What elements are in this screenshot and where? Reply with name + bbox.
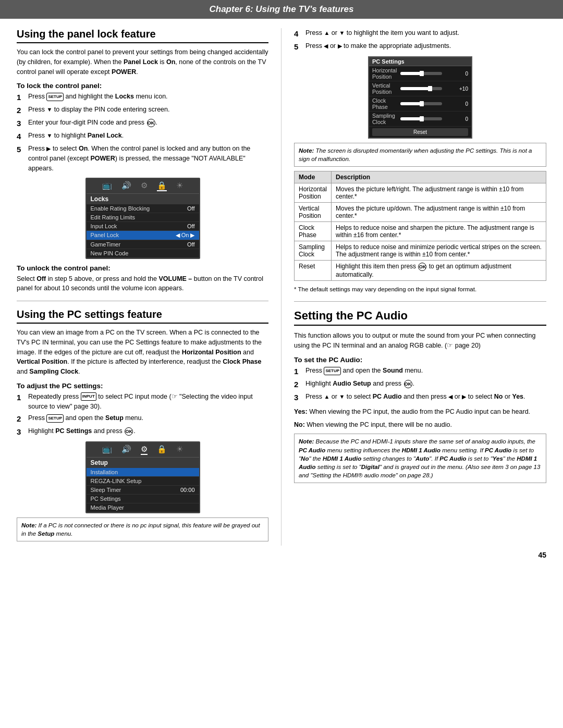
mode-description-table: Mode Description HorizontalPosition Move… (294, 171, 546, 281)
adjust-pc-settings-title: To adjust the PC settings: (17, 382, 268, 390)
screen-row-game-timer: GameTimer Off (87, 240, 199, 249)
screen-row-enable-rating: Enable Rating Blocking Off (87, 204, 199, 213)
pc-adjust-steps: 1 Repeatedly press INPUT to select PC in… (17, 392, 268, 438)
pc-settings-screen-title: PC Settings (369, 57, 471, 66)
pc-settings-row-sampling: Sampling Clock 0 (369, 112, 471, 127)
note-pc-audio: Note: Because the PC and HDMI-1 inputs s… (294, 434, 546, 483)
setup-icon: SETUP (46, 93, 64, 101)
table-row-sampling: SamplingClock Helps to reduce noise and … (295, 241, 546, 261)
table-row-reset: Reset Highlight this item then press OK … (295, 261, 546, 281)
tab-tv-icon: 📺 (102, 181, 112, 191)
pc-settings-row-h-pos: Horizontal Position 0 (369, 66, 471, 81)
screen-row-regza: REGZA-LINK Setup (87, 477, 199, 486)
lock-steps-list: 1 Press SETUP and highlight the Locks me… (17, 92, 268, 173)
content-area: Using the panel lock feature You can loc… (0, 28, 563, 546)
tab-tv-icon-2: 📺 (102, 445, 112, 455)
section-panel-lock-title: Using the panel lock feature (17, 28, 268, 43)
pc-audio-intro: This function allows you to output or mu… (294, 331, 546, 351)
mode-col-header: Mode (295, 171, 332, 183)
description-col-header: Description (332, 171, 546, 183)
ok-icon: OK (147, 119, 155, 127)
lock-control-panel-title: To lock the control panel: (17, 82, 268, 90)
table-row-h-pos: HorizontalPosition Moves the picture lef… (295, 183, 546, 203)
screen-row-new-pin: New PIN Code (87, 249, 199, 258)
setup-screen-mockup: 📺 🔊 ⚙ 🔒 ☀ Setup Installation REGZA-LINK … (85, 441, 200, 513)
screen-row-installation: Installation (87, 468, 199, 477)
section-pc-settings-title: Using the PC settings feature (17, 309, 268, 324)
ok-icon-3: OK (418, 263, 426, 271)
chapter-title: Chapter 6: Using the TV's features (209, 4, 353, 14)
screen-row-sleep: Sleep Timer 00:00 (87, 486, 199, 495)
divider-1 (17, 301, 268, 301)
note-no-pc: Note: If a PC is not connected or there … (17, 517, 268, 541)
lock-step-4: 4 Press ▼ to highlight Panel Lock. (17, 131, 268, 142)
divider-2 (294, 301, 546, 302)
pc-settings-row-v-pos: Vertical Position +10 (369, 81, 471, 96)
pc-step-2: 2 Press SETUP and open the Setup menu. (17, 413, 268, 424)
tab-lock-icon: 🔒 (157, 181, 167, 191)
continuation-steps: 4 Press ▲ or ▼ to highlight the item you… (294, 28, 546, 52)
table-row-clock-phase: ClockPhase Helps to reduce noise and sha… (295, 222, 546, 241)
tab-setup-icon-2: ⚙ (141, 445, 148, 455)
footnote-asterisk: * The default settings may vary dependin… (294, 285, 546, 294)
arrow-left-icon-2: ◀ (448, 393, 452, 400)
locks-screen-title: Locks (87, 194, 199, 204)
setup-icon-3: SETUP (324, 367, 341, 375)
section-pc-audio: Setting the PC Audio This function allow… (294, 309, 546, 483)
lock-step-1: 1 Press SETUP and highlight the Locks me… (17, 92, 268, 103)
set-pc-audio-title: To set the PC Audio: (294, 356, 546, 364)
step-4: 4 Press ▲ or ▼ to highlight the item you… (294, 28, 546, 39)
pc-settings-row-clock-phase: Clock Phase 0 (369, 96, 471, 112)
arrow-left-icon: ◀ (324, 43, 328, 49)
arrow-right-icon: ▶ (46, 145, 51, 152)
yes-desc: Yes: When viewing the PC input, the audi… (294, 407, 546, 417)
tab-sound-icon: 🔊 (121, 181, 131, 191)
screen-row-panel-lock: Panel Lock ◀ On ▶ (87, 231, 199, 240)
arrow-down-icon: ▼ (46, 106, 52, 113)
locks-screen-mockup: 📺 🔊 ⚙ 🔒 ☀ Locks Enable Rating Blocking O… (85, 178, 200, 259)
arrow-down-icon-4: ▼ (339, 393, 345, 400)
tab-picture-icon-2: ☀ (176, 445, 183, 455)
pc-step-3: 3 Highlight PC Settings and press OK. (17, 426, 268, 437)
section-panel-lock: Using the panel lock feature You can loc… (17, 28, 268, 293)
arrow-right-icon-3: ▶ (462, 393, 466, 400)
section-pc-audio-title: Setting the PC Audio (294, 309, 546, 326)
lock-step-3: 3 Enter your four-digit PIN code and pre… (17, 118, 268, 129)
tab-picture-icon: ☀ (176, 181, 183, 191)
screen-row-input-lock: Input Lock Off (87, 222, 199, 231)
page-number: 45 (0, 546, 563, 564)
pc-settings-reset: Reset (372, 128, 468, 136)
chapter-header: Chapter 6: Using the TV's features (0, 0, 563, 19)
tab-sound-icon-2: 🔊 (121, 445, 131, 455)
screen-row-media-player: Media Player (87, 503, 199, 512)
lock-step-5: 5 Press ▶ to select On. When the control… (17, 144, 268, 173)
pc-settings-screen-mockup: PC Settings Horizontal Position 0 Vertic… (368, 56, 472, 139)
unlock-text: Select Off in step 5 above, or press and… (17, 274, 268, 294)
pc-step-1: 1 Repeatedly press INPUT to select PC in… (17, 392, 268, 412)
audio-step-1: 1 Press SETUP and open the Sound menu. (294, 366, 546, 377)
screen-row-edit-rating: Edit Rating Limits (87, 213, 199, 222)
audio-step-3: 3 Press ▲ or ▼ to select PC Audio and th… (294, 392, 546, 403)
step-5: 5 Press ◀ or ▶ to make the appropriate a… (294, 41, 546, 52)
right-column: 4 Press ▲ or ▼ to highlight the item you… (282, 28, 546, 546)
arrow-down-icon-2: ▼ (46, 132, 52, 139)
ok-icon-2: OK (125, 427, 133, 436)
page: Chapter 6: Using the TV's features Using… (0, 0, 563, 728)
arrow-right-icon-2: ▶ (338, 43, 342, 49)
setup-icon-2: SETUP (46, 414, 64, 423)
screen-topbar-1: 📺 🔊 ⚙ 🔒 ☀ (87, 179, 199, 194)
screen-row-pc-settings: PC Settings (87, 495, 199, 503)
left-column: Using the panel lock feature You can loc… (17, 28, 282, 546)
pc-audio-steps: 1 Press SETUP and open the Sound menu. 2… (294, 366, 546, 403)
lock-step-2: 2 Press ▼ to display the PIN code enteri… (17, 105, 268, 116)
arrow-up-icon: ▲ (324, 30, 329, 36)
setup-screen-title: Setup (87, 458, 199, 468)
screen-topbar-2: 📺 🔊 ⚙ 🔒 ☀ (87, 442, 199, 458)
no-desc: No: When viewing the PC input, there wil… (294, 420, 546, 430)
ok-icon-4: OK (404, 380, 412, 388)
note-screen-disruption: Note: The screen is disrupted momentaril… (294, 143, 546, 167)
section-pc-settings: Using the PC settings feature You can vi… (17, 309, 268, 541)
input-icon: INPUT (81, 392, 96, 401)
table-row-v-pos: VerticalPosition Moves the picture up/do… (295, 203, 546, 222)
tab-lock-icon-2: 🔒 (157, 445, 167, 455)
